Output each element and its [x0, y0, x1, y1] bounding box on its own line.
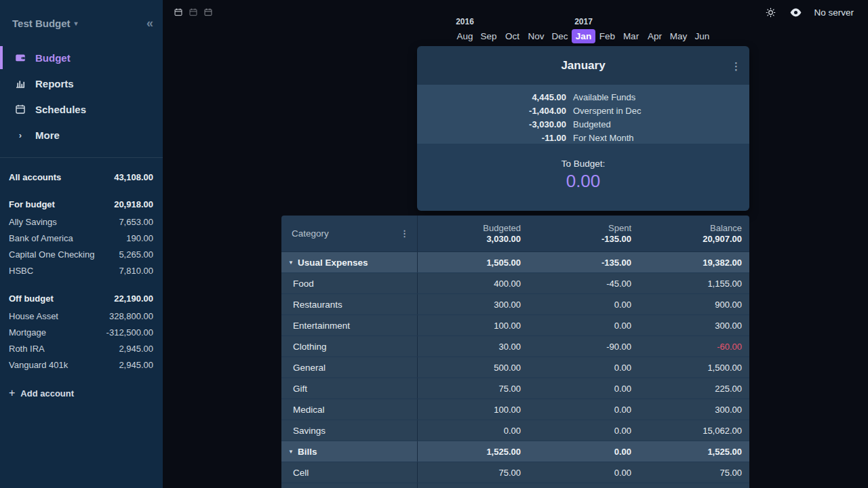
- spent-cell[interactable]: 0.00: [528, 357, 639, 378]
- collapse-triangle-icon[interactable]: ▼: [288, 449, 294, 455]
- balance-cell[interactable]: 300.00: [639, 315, 749, 336]
- category-name-cell[interactable]: General: [281, 357, 418, 378]
- category-name-cell[interactable]: Clothing: [281, 336, 418, 357]
- spent-cell[interactable]: 0.00: [528, 294, 639, 314]
- category-name-cell[interactable]: Savings: [281, 420, 418, 441]
- category-row-general[interactable]: General500.000.001,500.00: [281, 357, 749, 378]
- spent-cell[interactable]: -90.00: [528, 336, 639, 357]
- month-mar[interactable]: Mar: [619, 29, 643, 43]
- account-group-for-budget[interactable]: For budget20,918.00: [9, 195, 153, 214]
- category-row-food[interactable]: Food400.00-45.001,155.00: [281, 273, 749, 294]
- balance-cell[interactable]: 300.00: [639, 399, 749, 420]
- account-group-off-budget[interactable]: Off budget22,190.00: [9, 289, 153, 308]
- spent-cell[interactable]: 0.00: [528, 378, 639, 399]
- category-row-clothing[interactable]: Clothing30.00-90.00-60.00: [281, 336, 749, 357]
- category-name-cell[interactable]: Cell: [281, 462, 418, 483]
- budgeted-cell[interactable]: 1,525.00: [418, 441, 528, 462]
- budgeted-cell[interactable]: 500.00: [418, 357, 528, 378]
- balance-cell[interactable]: 75.00: [639, 462, 749, 483]
- collapse-sidebar-button[interactable]: «: [146, 16, 152, 30]
- spent-cell[interactable]: 0.00: [528, 315, 639, 336]
- column-header-balance[interactable]: Balance20,907.00: [639, 216, 749, 251]
- calendar-3-month-icon[interactable]: [202, 7, 214, 18]
- month-feb[interactable]: Feb: [595, 29, 619, 43]
- category-row-cell[interactable]: Cell75.000.0075.00: [281, 462, 749, 483]
- account-item[interactable]: House Asset328,800.00: [9, 308, 153, 324]
- account-item[interactable]: HSBC7,810.00: [9, 262, 153, 279]
- category-group-row-usual-expenses[interactable]: ▼Usual Expenses1,505.00-135.0019,382.00: [281, 252, 749, 273]
- category-name-cell[interactable]: Entertainment: [281, 315, 418, 336]
- account-group-name: For budget: [9, 199, 55, 209]
- spent-cell[interactable]: 0.00: [528, 420, 639, 441]
- month-aug[interactable]: Aug: [453, 29, 477, 43]
- spent-cell[interactable]: 0.00: [528, 441, 639, 462]
- category-menu-kebab-icon[interactable]: ⋮: [400, 228, 409, 239]
- server-status-button[interactable]: No server: [814, 7, 854, 18]
- account-item[interactable]: Roth IRA2,945.00: [9, 340, 153, 357]
- spent-cell[interactable]: 0.00: [528, 399, 639, 420]
- category-group-name-cell[interactable]: ▼Bills: [281, 441, 418, 462]
- budgeted-cell[interactable]: 30.00: [418, 336, 528, 357]
- category-row-restaurants[interactable]: Restaurants300.000.00900.00: [281, 294, 749, 315]
- sidebar-item-schedules[interactable]: Schedules: [0, 96, 163, 122]
- category-group-row-bills[interactable]: ▼Bills1,525.000.001,525.00: [281, 441, 749, 462]
- budgeted-cell[interactable]: 75.00: [418, 462, 528, 483]
- column-header-spent[interactable]: Spent-135.00: [528, 216, 639, 251]
- spent-cell[interactable]: 0.00: [528, 462, 639, 483]
- category-row-medical[interactable]: Medical100.000.00300.00: [281, 399, 749, 420]
- category-row-entertainment[interactable]: Entertainment100.000.00300.00: [281, 315, 749, 336]
- account-item-all-accounts[interactable]: All accounts43,108.00: [9, 167, 153, 186]
- sun-icon[interactable]: [764, 5, 777, 19]
- account-item[interactable]: Bank of America190.00: [9, 230, 153, 246]
- budgeted-cell[interactable]: 100.00: [418, 399, 528, 420]
- add-account-button[interactable]: +Add account: [9, 387, 153, 399]
- month-dec[interactable]: Dec: [548, 29, 572, 43]
- eye-icon[interactable]: [789, 5, 802, 19]
- month-nov[interactable]: Nov: [524, 29, 548, 43]
- balance-cell[interactable]: 900.00: [639, 294, 749, 314]
- balance-cell[interactable]: 19,382.00: [639, 252, 749, 272]
- category-row-savings[interactable]: Savings0.000.0015,062.00: [281, 420, 749, 441]
- budget-file-switcher[interactable]: Test Budget ▾: [12, 18, 78, 29]
- balance-cell[interactable]: -60.00: [639, 336, 749, 357]
- account-item[interactable]: Capital One Checking5,265.00: [9, 246, 153, 262]
- calendar-1-month-icon[interactable]: [172, 7, 184, 18]
- category-group-name-cell[interactable]: ▼Usual Expenses: [281, 252, 418, 272]
- month-apr[interactable]: Apr: [643, 29, 667, 43]
- month-menu-kebab-icon[interactable]: ⋮: [731, 60, 741, 70]
- category-row-gift[interactable]: Gift75.000.00225.00: [281, 378, 749, 399]
- sidebar-item-budget[interactable]: Budget: [0, 45, 163, 70]
- category-name-cell[interactable]: Food: [281, 273, 418, 293]
- account-item[interactable]: Ally Savings7,653.00: [9, 214, 153, 230]
- balance-cell[interactable]: 1,525.00: [639, 441, 749, 462]
- balance-cell[interactable]: 15,062.00: [639, 420, 749, 441]
- column-header-budgeted[interactable]: Budgeted3,030.00: [418, 216, 528, 251]
- category-name-cell[interactable]: Gift: [281, 378, 418, 399]
- balance-cell[interactable]: 1,500.00: [639, 357, 749, 378]
- budgeted-cell[interactable]: 0.00: [418, 420, 528, 441]
- category-name-cell[interactable]: Medical: [281, 399, 418, 420]
- month-sep[interactable]: Sep: [477, 29, 500, 43]
- balance-cell[interactable]: 225.00: [639, 378, 749, 399]
- month-oct[interactable]: Oct: [500, 29, 524, 43]
- sidebar-item-reports[interactable]: Reports: [0, 70, 163, 96]
- spent-cell[interactable]: -135.00: [528, 252, 639, 272]
- calendar-2-month-icon[interactable]: [187, 7, 199, 18]
- to-budget-amount[interactable]: 0.00: [417, 171, 749, 192]
- budgeted-cell[interactable]: 400.00: [418, 273, 528, 293]
- category-name-cell[interactable]: Restaurants: [281, 294, 418, 314]
- month-jun[interactable]: Jun: [690, 29, 714, 43]
- collapse-triangle-icon[interactable]: ▼: [288, 260, 294, 266]
- budgeted-cell[interactable]: 75.00: [418, 378, 528, 399]
- account-item[interactable]: Mortgage-312,500.00: [9, 324, 153, 340]
- spent-cell[interactable]: -45.00: [528, 273, 639, 293]
- budgeted-cell[interactable]: 1,505.00: [418, 252, 528, 272]
- account-item[interactable]: Vanguard 401k2,945.00: [9, 357, 153, 373]
- budgeted-cell[interactable]: 300.00: [418, 294, 528, 314]
- balance-cell[interactable]: 1,155.00: [639, 273, 749, 293]
- sidebar-item-more[interactable]: › More: [0, 122, 163, 148]
- budgeted-cell[interactable]: 100.00: [418, 315, 528, 336]
- month-jan-selected[interactable]: Jan: [572, 29, 595, 43]
- month-may[interactable]: May: [667, 29, 690, 43]
- topbar-right: No server: [764, 5, 854, 19]
